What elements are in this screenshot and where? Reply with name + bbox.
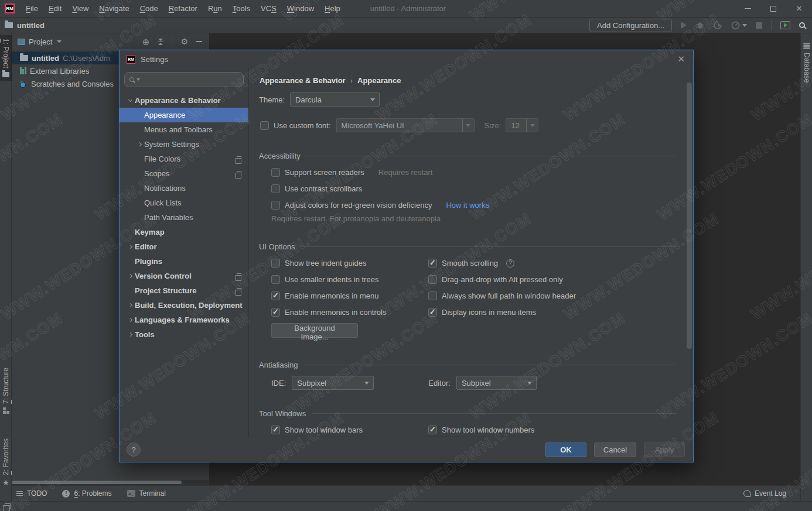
chevron-collapsed-icon[interactable] (125, 245, 135, 248)
settings-tree-item-appearance[interactable]: Appearance (120, 108, 248, 122)
help-icon[interactable]: ? (506, 259, 514, 267)
settings-tree-item-version-control[interactable]: Version Control (120, 269, 248, 283)
settings-search-input[interactable] (124, 72, 244, 87)
tool-window-numbers-checkbox[interactable] (428, 426, 437, 434)
smooth-scrolling-checkbox[interactable] (428, 259, 437, 267)
settings-tree-item-tools[interactable]: Tools (120, 327, 248, 342)
profiler-icon[interactable] (731, 21, 740, 30)
gear-icon[interactable]: ⚙ (180, 37, 188, 46)
sidebar-item-project[interactable]: 1: Project (0, 35, 12, 81)
chevron-collapsed-icon[interactable] (125, 318, 135, 321)
menu-tools[interactable]: Tools (227, 0, 255, 17)
minimize-button[interactable] (735, 0, 760, 18)
tree-indent-guides-checkbox[interactable] (271, 259, 280, 267)
problems-button[interactable]: ! 6: Problems (62, 489, 111, 498)
ide-antialiasing-select[interactable]: Subpixel (292, 376, 374, 390)
cancel-button[interactable]: Cancel (594, 443, 636, 457)
settings-tree-item-editor[interactable]: Editor (120, 239, 248, 254)
dialog-close-icon[interactable]: ✕ (677, 54, 685, 64)
settings-tree-item-project-structure[interactable]: Project Structure (120, 283, 248, 298)
full-path-header-checkbox[interactable] (428, 291, 437, 300)
close-button[interactable]: ✕ (786, 0, 812, 18)
mnemonics-menu-checkbox[interactable] (271, 291, 280, 300)
event-log-button[interactable]: Event Log (743, 489, 786, 498)
settings-tree-item-scopes[interactable]: Scopes (120, 166, 248, 181)
chevron-expanded-icon[interactable] (125, 100, 135, 101)
tool-window-bar: TODO ! 6: Problems >_ Terminal Event Log (12, 485, 800, 501)
menu-refactor[interactable]: Refactor (163, 0, 203, 17)
drag-drop-alt-checkbox[interactable] (428, 275, 437, 284)
toggle-tool-window-bars-icon[interactable] (5, 503, 11, 509)
settings-dialog: RM Settings ✕ Appearance & Behavior Appe… (119, 50, 694, 462)
ok-button[interactable]: OK (545, 443, 586, 457)
contrast-scrollbars-checkbox[interactable] (271, 184, 280, 193)
hide-panel-icon[interactable] (196, 41, 202, 42)
project-view-selector[interactable]: Project (18, 37, 62, 46)
settings-breadcrumb: Appearance & Behavior › Appearance (260, 76, 677, 85)
how-it-works-link[interactable]: How it works (446, 201, 489, 210)
chevron-collapsed-icon[interactable] (135, 143, 144, 146)
menu-view[interactable]: View (67, 0, 94, 17)
settings-tree-item-quick-lists[interactable]: Quick Lists (120, 196, 248, 210)
search-everywhere-icon[interactable] (799, 22, 805, 28)
menu-code[interactable]: Code (135, 0, 163, 17)
event-log-icon (743, 490, 750, 497)
menu-run[interactable]: Run (203, 0, 227, 17)
help-button[interactable]: ? (127, 443, 141, 457)
chevron-collapsed-icon[interactable] (125, 275, 135, 277)
per-project-icon (237, 273, 241, 278)
red-green-checkbox[interactable] (271, 201, 280, 210)
smooth-scrolling-row: Smooth scrolling? (428, 259, 677, 267)
display-icons-menu-checkbox[interactable] (428, 308, 437, 317)
support-screen-readers-checkbox[interactable] (271, 168, 280, 177)
maximize-button[interactable] (760, 0, 786, 18)
locate-file-icon[interactable]: ⊕ (142, 37, 150, 46)
chevron-down-icon[interactable] (742, 24, 747, 27)
tool-window-bars-checkbox[interactable] (271, 426, 280, 434)
background-image-button[interactable]: Background Image... (271, 323, 358, 338)
settings-tree-item-plugins[interactable]: Plugins (120, 254, 248, 269)
settings-tree-item-appearance-behavior[interactable]: Appearance & Behavior (120, 93, 248, 108)
stop-icon[interactable] (756, 22, 762, 29)
menu-file[interactable]: File (21, 0, 43, 17)
menu-help[interactable]: Help (319, 0, 346, 17)
use-custom-font-checkbox[interactable] (260, 121, 269, 130)
editor-antialiasing-select[interactable]: Subpixel (456, 376, 537, 390)
mnemonics-controls-checkbox[interactable] (271, 308, 280, 317)
menu-edit[interactable]: Edit (43, 0, 67, 17)
font-family-select[interactable]: Microsoft YaHei UI (336, 118, 475, 132)
settings-tree-item-system-settings[interactable]: System Settings (120, 137, 248, 152)
settings-tree-item-build-execution[interactable]: Build, Execution, Deployment (120, 298, 248, 313)
menu-window[interactable]: Window (282, 0, 319, 17)
run-anything-icon[interactable] (780, 21, 790, 29)
settings-tree-item-keymap[interactable]: Keymap (120, 225, 248, 239)
font-size-select[interactable]: 12 (506, 118, 538, 132)
chevron-collapsed-icon[interactable] (125, 304, 135, 307)
menu-navigate[interactable]: Navigate (94, 0, 134, 17)
sidebar-item-database[interactable]: Database (801, 39, 812, 86)
chevron-collapsed-icon[interactable] (125, 333, 135, 336)
terminal-button[interactable]: >_ Terminal (127, 489, 166, 498)
settings-tree-item-menus-toolbars[interactable]: Menus and Toolbars (120, 122, 248, 137)
sidebar-item-favorites[interactable]: 2: Favorites ★ (0, 435, 12, 490)
settings-tree-item-notifications[interactable]: Notifications (120, 181, 248, 196)
settings-tree-item-languages-frameworks[interactable]: Languages & Frameworks (120, 313, 248, 327)
todo-button[interactable]: TODO (16, 489, 47, 498)
sidebar-item-structure[interactable]: 7: Structure (0, 364, 12, 417)
settings-tree-item-path-variables[interactable]: Path Variables (120, 210, 248, 225)
theme-select[interactable]: Darcula (290, 92, 380, 107)
breadcrumb[interactable]: untitled (5, 21, 45, 30)
per-project-icon (237, 288, 241, 293)
run-icon[interactable] (681, 22, 687, 29)
scrollbar-thumb[interactable] (12, 481, 182, 484)
collapse-all-icon[interactable] (158, 39, 163, 45)
run-toolbar: Add Configuration... (589, 19, 805, 32)
coverage-icon[interactable] (714, 21, 722, 29)
apply-button[interactable]: Apply (644, 443, 685, 457)
dialog-scrollbar-thumb[interactable] (687, 83, 692, 349)
menu-vcs[interactable]: VCS (255, 0, 282, 17)
add-configuration-button[interactable]: Add Configuration... (589, 19, 672, 32)
smaller-indents-checkbox[interactable] (271, 275, 280, 284)
debug-icon[interactable] (695, 21, 705, 29)
settings-tree-item-file-colors[interactable]: File Colors (120, 152, 248, 166)
